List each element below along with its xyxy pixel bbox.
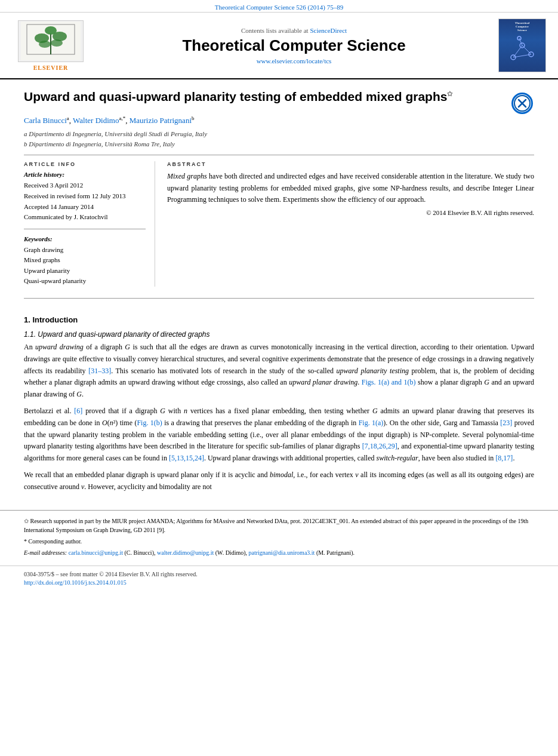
author3-link[interactable]: Maurizio Patrignani xyxy=(130,116,192,125)
footer-issn: 0304-3975/$ – see front matter © 2014 El… xyxy=(24,571,534,577)
article-content: Upward and quasi-upward planarity testin… xyxy=(0,79,558,296)
author1-link[interactable]: Carla Binucci xyxy=(24,116,67,125)
history-item-1: Received in revised form 12 July 2013 xyxy=(24,191,146,202)
contents-line: Contents lists available at ScienceDirec… xyxy=(101,27,486,34)
footnote2: * Corresponding author. xyxy=(24,537,534,546)
svg-point-7 xyxy=(51,39,63,47)
author1-sup: a xyxy=(67,115,69,121)
authors: Carla Binuccia, Walter Didimoa,*, Mauriz… xyxy=(24,115,534,125)
elsevier-logo-image xyxy=(18,20,84,62)
journal-cover-image: TheoreticalComputerScience xyxy=(498,19,546,72)
elsevier-brand: ELSEVIER xyxy=(33,64,69,71)
footnote3: E-mail addresses: carla.binucci@unipg.it… xyxy=(24,548,534,557)
keyword-2: Upward planarity xyxy=(24,266,146,276)
contents-text: Contents lists available at xyxy=(241,27,309,34)
footer-doi-link[interactable]: http://dx.doi.org/10.1016/j.tcs.2014.01.… xyxy=(24,579,127,586)
author3-sup: b xyxy=(192,115,195,121)
keyword-3: Quasi-upward planarity xyxy=(24,276,146,287)
journal-title: Theoretical Computer Science xyxy=(101,36,486,55)
main-divider xyxy=(24,298,534,299)
journal-center: Contents lists available at ScienceDirec… xyxy=(90,27,498,64)
abstract-col: ABSTRACT Mixed graphs have both directed… xyxy=(167,161,534,287)
affiliations: a Dipartimento di Ingegneria, Università… xyxy=(24,129,534,149)
history-item-0: Received 3 April 2012 xyxy=(24,180,146,191)
footnotes-area: ✩ Research supported in part by the MIUR… xyxy=(0,510,558,566)
article-history-items: Received 3 April 2012 Received in revise… xyxy=(24,180,146,222)
affil1: a Dipartimento di Ingegneria, Università… xyxy=(24,129,534,139)
body-content: 1. Introduction 1.1. Upward and quasi-up… xyxy=(0,301,558,504)
page: Theoretical Computer Science 526 (2014) … xyxy=(0,0,558,756)
article-title: Upward and quasi-upward planarity testin… xyxy=(24,88,504,105)
author2-sup: a,* xyxy=(119,115,125,121)
keywords-list: Graph drawing Mixed graphs Upward planar… xyxy=(24,245,146,287)
affil2: b Dipartimento di Ingegneria, Università… xyxy=(24,139,534,149)
subsection1-heading: 1.1. Upward and quasi-upward planarity o… xyxy=(24,330,534,339)
article-info-label: ARTICLE INFO xyxy=(24,161,146,167)
elsevier-logo-area: ELSEVIER xyxy=(12,20,90,71)
title-row: Upward and quasi-upward planarity testin… xyxy=(24,88,534,115)
svg-line-12 xyxy=(513,45,522,57)
body-para3: We recall that an embedded planar digrap… xyxy=(24,469,534,493)
footnote1: ✩ Research supported in part by the MIUR… xyxy=(24,517,534,534)
journal-citation: Theoretical Computer Science 526 (2014) … xyxy=(215,4,343,11)
body-para2: Bertolazzi et al. [6] proved that if a d… xyxy=(24,405,534,465)
keyword-1: Mixed graphs xyxy=(24,255,146,266)
article-history-label: Article history: xyxy=(24,171,146,178)
journal-header-bar: Theoretical Computer Science 526 (2014) … xyxy=(0,0,558,13)
keyword-0: Graph drawing xyxy=(24,245,146,256)
footer-bottom: 0304-3975/$ – see front matter © 2014 El… xyxy=(0,566,558,592)
svg-point-5 xyxy=(45,26,57,35)
journal-url-link[interactable]: www.elsevier.com/locate/tcs xyxy=(257,57,332,64)
body-para1: An upward drawing of a digraph G is such… xyxy=(24,342,534,401)
keywords-label: Keywords: xyxy=(24,235,146,242)
history-item-2: Accepted 14 January 2014 xyxy=(24,202,146,213)
abstract-text: Mixed graphs have both directed and undi… xyxy=(167,171,534,205)
svg-line-13 xyxy=(522,45,531,54)
svg-point-6 xyxy=(39,41,51,48)
author2-link[interactable]: Walter Didimo xyxy=(73,116,119,125)
journal-top: ELSEVIER Contents lists available at Sci… xyxy=(0,13,558,79)
crossmark-badge xyxy=(510,91,534,115)
science-direct-link[interactable]: ScienceDirect xyxy=(310,27,347,34)
svg-line-15 xyxy=(513,54,531,57)
journal-url: www.elsevier.com/locate/tcs xyxy=(101,57,486,64)
article-info-col: ARTICLE INFO Article history: Received 3… xyxy=(24,161,155,287)
divider-keywords xyxy=(24,229,146,229)
two-col-section: ARTICLE INFO Article history: Received 3… xyxy=(24,161,534,287)
copyright-line: © 2014 Elsevier B.V. All rights reserved… xyxy=(167,209,534,216)
section1-heading: 1. Introduction xyxy=(24,315,534,324)
cover-title: TheoreticalComputerScience xyxy=(515,21,529,32)
divider1 xyxy=(24,155,534,155)
history-item-3: Communicated by J. Kratochvíl xyxy=(24,212,146,223)
abstract-label: ABSTRACT xyxy=(167,161,534,167)
